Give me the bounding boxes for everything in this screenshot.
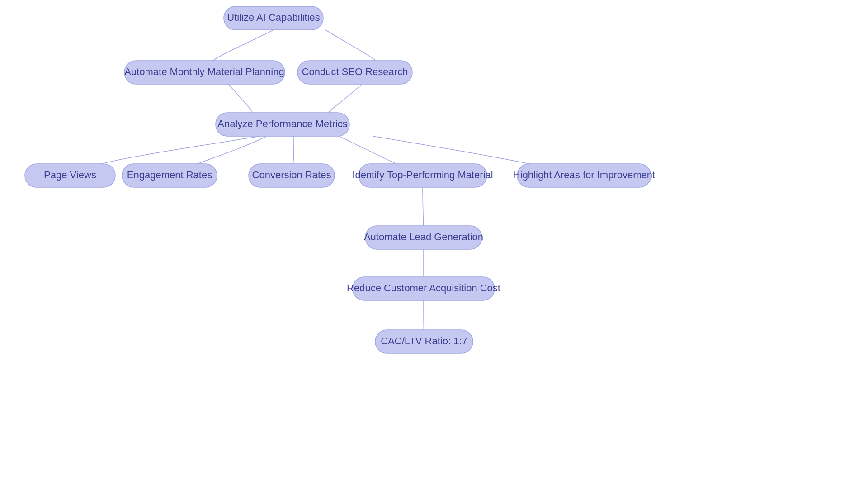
node-automate-monthly-label: Automate Monthly Material Planning bbox=[124, 66, 284, 77]
node-conversion-rates-label: Conversion Rates bbox=[252, 169, 331, 181]
node-root-label: Utilize AI Capabilities bbox=[227, 12, 320, 23]
node-highlight-areas-label: Highlight Areas for Improvement bbox=[513, 169, 655, 181]
node-conduct-seo-label: Conduct SEO Research bbox=[302, 66, 408, 77]
node-cac-ltv-label: CAC/LTV Ratio: 1:7 bbox=[381, 335, 467, 347]
node-engagement-rates-label: Engagement Rates bbox=[127, 169, 212, 181]
node-identify-top-label: Identify Top-Performing Material bbox=[352, 169, 493, 181]
node-automate-lead-label: Automate Lead Generation bbox=[364, 231, 483, 243]
node-page-views-label: Page Views bbox=[44, 169, 96, 181]
node-reduce-cac-label: Reduce Customer Acquisition Cost bbox=[347, 282, 500, 294]
node-analyze-perf-label: Analyze Performance Metrics bbox=[217, 118, 347, 129]
